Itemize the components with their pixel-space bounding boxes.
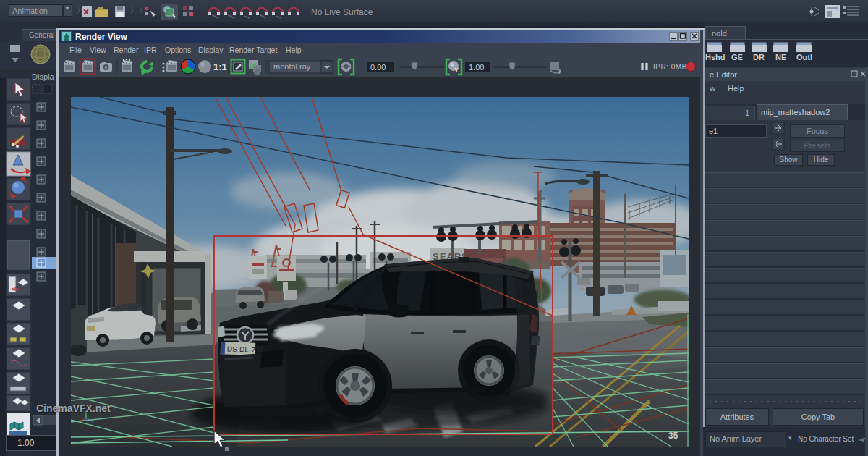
svg-text:1.00: 1.00: [469, 63, 484, 72]
svg-text:Y: Y: [454, 67, 459, 74]
svg-text:DR: DR: [753, 53, 765, 62]
svg-text:Outl: Outl: [796, 53, 812, 62]
svg-text:Hshd: Hshd: [705, 53, 726, 62]
svg-text:0.00: 0.00: [370, 63, 386, 72]
svg-text:mental ray: mental ray: [273, 62, 311, 71]
svg-text:IPR: 0MB: IPR: 0MB: [653, 63, 687, 71]
svg-text:GE: GE: [731, 53, 743, 62]
svg-text:1:1: 1:1: [213, 62, 227, 72]
svg-text:NE: NE: [775, 53, 786, 62]
